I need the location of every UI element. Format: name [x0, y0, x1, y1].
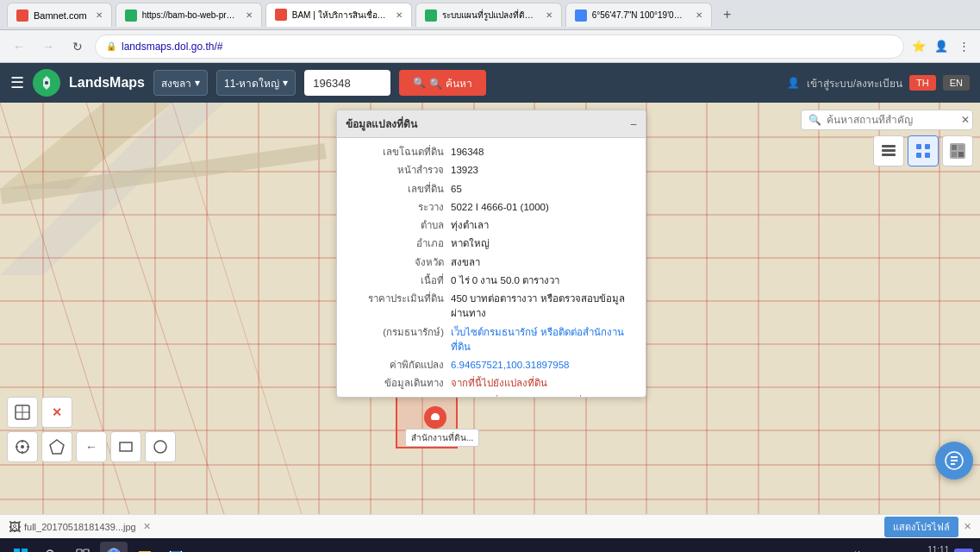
info-panel-body[interactable]: เลขโฉนดที่ดิน 196348 หน้าสำรวจ 13923 เลข… — [337, 138, 646, 397]
taskbar-mail[interactable] — [162, 542, 190, 552]
back-button[interactable]: ← — [7, 34, 31, 59]
tab-close-3[interactable]: ✕ — [396, 10, 403, 20]
field-treasury-link: (กรมธนารักษ์) เว็บไซต์กรมธนารักษ์ หรือติ… — [347, 325, 635, 355]
tab-3[interactable]: BAM | ให้บริการสินเชื่อที่ดิน... ✕ — [265, 3, 412, 27]
svg-point-62 — [154, 441, 166, 453]
tab-close-4[interactable]: ✕ — [546, 10, 552, 20]
app-logo — [33, 69, 60, 97]
login-text[interactable]: เข้าสู่ระบบ/ลงทะเบียน — [807, 75, 902, 91]
lang-en-button[interactable]: EN — [943, 75, 970, 91]
field-area: เนื้อที่ 0 ไร่ 0 งาน 50.0 ตารางวา — [347, 273, 635, 288]
tab-4[interactable]: ระบบแผนที่รูปแปลงที่ดิน (LandsMaps... ✕ — [415, 3, 562, 27]
svg-rect-37 — [882, 145, 896, 147]
file-bar-close[interactable]: ✕ — [964, 521, 971, 532]
svg-rect-45 — [958, 145, 964, 150]
toolbar-row-1: ✕ — [7, 397, 176, 428]
tab-close-1[interactable]: ✕ — [96, 10, 103, 20]
search-clear-icon[interactable]: ✕ — [961, 114, 970, 126]
field-route1: ข้อมูลเดินทาง จากที่นี้ไปยังแปลงที่ดิน — [347, 376, 635, 391]
field-parcel-number: เลขโฉนดที่ดิน 196348 — [347, 145, 635, 160]
chat-bubble-button[interactable] — [935, 442, 973, 480]
taskbar-search[interactable] — [38, 542, 66, 552]
taskbar-browser[interactable] — [100, 542, 128, 552]
info-panel-header: ข้อมูลแปลงที่ดิน − — [337, 110, 646, 138]
weather-location: สงขลา — [809, 549, 835, 553]
hamburger-menu[interactable]: ☰ — [10, 73, 24, 92]
taskbar-explorer[interactable] — [131, 542, 159, 552]
tab-close-2[interactable]: ✕ — [246, 10, 253, 20]
taskbar-time-value: 11:11 — [906, 544, 949, 552]
forward-button[interactable]: → — [36, 34, 60, 59]
login-icon: 👤 — [787, 77, 800, 89]
rect-button[interactable] — [110, 431, 141, 462]
satellite-button[interactable] — [942, 135, 973, 166]
route-to-office-link[interactable]: จากแปลงที่ดินไปยังสำนักงานที่ดิน — [451, 395, 635, 398]
draw-tool-button[interactable] — [7, 397, 38, 428]
map-type-buttons — [801, 135, 973, 166]
tab-favicon-4 — [425, 9, 437, 22]
route-from-here-link[interactable]: จากที่นี้ไปยังแปลงที่ดิน — [451, 376, 635, 391]
extensions-icon[interactable]: ⭐ — [909, 37, 928, 56]
settings-icon[interactable]: ⋮ — [954, 37, 973, 56]
taskbar-clock[interactable]: 11:11 15/12/2565 — [906, 544, 949, 552]
svg-rect-40 — [925, 144, 930, 149]
taskbar-volume[interactable] — [840, 542, 868, 552]
start-button[interactable] — [7, 542, 34, 552]
treasury-link[interactable]: เว็บไซต์กรมธนารักษ์ หรือติดต่อสำนักงานที… — [451, 325, 635, 355]
district-value: 11-หาดใหญ่ — [224, 75, 279, 91]
field-tambon: ตำบล ทุ่งตำเลา — [347, 218, 635, 233]
svg-rect-38 — [882, 154, 896, 156]
field-survey-page: หน้าสำรวจ 13923 — [347, 163, 635, 178]
arrow-button[interactable]: ← — [76, 431, 107, 462]
circle-button[interactable] — [145, 431, 176, 462]
tab-favicon-2 — [125, 9, 137, 22]
parcel-number-input[interactable] — [304, 70, 390, 96]
field-price: ราคาประเมินที่ดิน 450 บาทต่อตารางวา หรือ… — [347, 292, 635, 322]
search-button[interactable]: 🔍 🔍 ค้นหา — [399, 70, 485, 96]
district-select[interactable]: 11-หาดใหญ่ ▾ — [216, 70, 296, 96]
tab-1[interactable]: Bamnet.com ✕ — [7, 3, 112, 27]
refresh-button[interactable]: ↻ — [66, 34, 90, 59]
svg-rect-36 — [882, 149, 896, 152]
tab-label-3: BAM | ให้บริการสินเชื่อที่ดิน... — [292, 9, 387, 22]
province-select[interactable]: สงขลา ▾ — [153, 70, 208, 96]
info-panel-close[interactable]: − — [630, 117, 637, 131]
tab-5[interactable]: 6°56'47.7"N 100°19'07.7"E - Goo... ✕ — [565, 3, 712, 27]
profile-icon[interactable]: 👤 — [932, 37, 951, 56]
show-profile-button[interactable]: แสดงโปรไฟล์ — [884, 517, 958, 537]
new-tab-button[interactable]: + — [715, 3, 740, 27]
field-route2: จากแปลงที่ดินไปยังสำนักงานที่ดิน — [347, 395, 635, 398]
map-marker[interactable]: สำนักงานที่ดิน... — [422, 405, 448, 442]
tab-close-5[interactable]: ✕ — [696, 10, 702, 20]
x-tool-button[interactable]: ✕ — [41, 397, 72, 428]
marker-label-text: สำนักงานที่ดิน... — [411, 433, 473, 442]
location-button[interactable] — [7, 431, 38, 462]
tab-favicon-3 — [275, 9, 287, 21]
main-map-area: ข้อมูลแปลงที่ดิน − เลขโฉนดที่ดิน 196348 … — [0, 103, 980, 514]
taskbar-task-view[interactable] — [69, 542, 97, 552]
info-fields: เลขโฉนดที่ดิน 196348 หน้าสำรวจ 13923 เลข… — [337, 138, 646, 397]
file-item-jpg[interactable]: 🖼 full_20170518181439...jpg ✕ — [9, 520, 151, 534]
file-close-button[interactable]: ✕ — [143, 521, 151, 532]
tab-2[interactable]: https://bam-bo-web-prd.bam.cc... ✕ — [115, 3, 262, 27]
file-icon-jpg: 🖼 — [9, 520, 21, 534]
layers-button[interactable] — [873, 135, 904, 166]
svg-rect-61 — [120, 442, 132, 451]
place-search-input[interactable] — [827, 114, 956, 126]
file-download-bar: 🖼 full_20170518181439...jpg ✕ แสดงโปรไฟล… — [0, 514, 980, 538]
taskbar-network[interactable] — [873, 542, 901, 552]
province-value: สงขลา — [161, 75, 191, 91]
coords-link[interactable]: 6.94657521,100.31897958 — [451, 358, 635, 373]
search-icon: 🔍 — [413, 77, 426, 89]
ai-button[interactable]: Ai — [954, 549, 973, 552]
url-box[interactable]: 🔒 landsmaps.dol.go.th/# — [95, 34, 904, 59]
svg-rect-67 — [14, 549, 20, 552]
search-label: 🔍 ค้นหา — [429, 75, 471, 91]
svg-point-55 — [21, 445, 24, 448]
file-name-jpg: full_20170518181439...jpg — [24, 522, 136, 532]
province-chevron: ▾ — [195, 77, 200, 89]
grid-button[interactable] — [908, 135, 939, 166]
field-parcel-id: เลขที่ดิน 65 — [347, 182, 635, 197]
polygon-button[interactable] — [41, 431, 72, 462]
lang-th-button[interactable]: TH — [909, 75, 936, 91]
